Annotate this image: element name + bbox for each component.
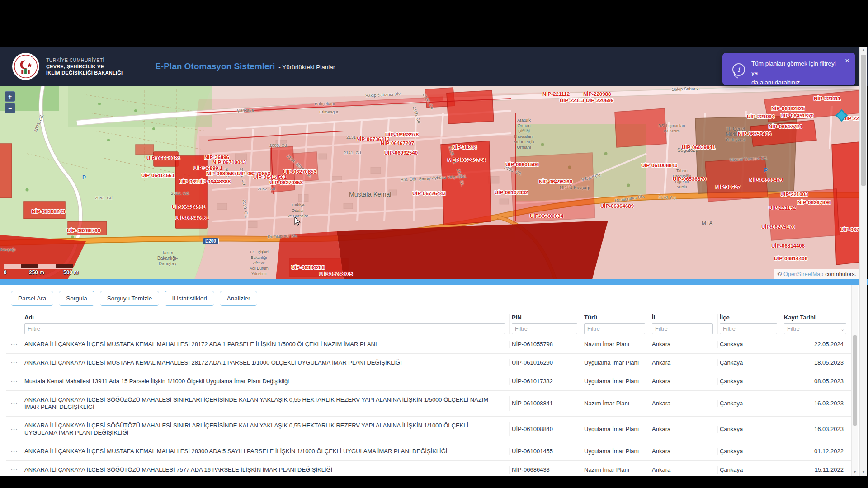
osm-link[interactable]: OpenStreetMap (783, 271, 823, 277)
app-title[interactable]: E-Plan Otomasyon Sistemleri (155, 61, 275, 71)
map-plan-label[interactable]: UİP-061008840 (641, 163, 678, 168)
table-scrollbar-down-icon[interactable]: ▼ (852, 469, 858, 475)
map-plan-label[interactable]: UİP-06384288 (291, 265, 325, 270)
map-plan-label[interactable]: UİP-06268760 (67, 228, 100, 233)
filter-input-adı[interactable] (24, 323, 505, 334)
column-header-i̇l: İl (650, 314, 718, 334)
map-plan-label[interactable]: UİP-06270853 (269, 180, 303, 185)
map-plan-label[interactable]: UİP-06414561 (172, 204, 205, 210)
table-row[interactable]: ···ANKARA İLİ ÇANKAYA İLÇESİ SÖĞÜZÖZÜ MA… (6, 391, 851, 417)
map-plan-label[interactable]: NİP-06756406 (738, 131, 771, 136)
page-scrollbar[interactable]: ▲ ▼ (859, 47, 867, 476)
street-label: 2082. Cd. (258, 186, 276, 191)
table-row[interactable]: ···Mustafa Kemal Mahallesi 13911 Ada 15 … (6, 372, 851, 391)
row-menu-button[interactable]: ··· (6, 359, 23, 366)
row-menu-button[interactable]: ··· (6, 341, 23, 348)
cell-province: Ankara (650, 341, 718, 348)
map-canvas[interactable]: NİP-221112UİP-22113NİP-220988UİP-220699N… (0, 86, 860, 279)
map-plan-label[interactable]: NİP-06517724 (769, 124, 802, 129)
cell-district: Çankaya (718, 400, 782, 407)
map-plan-label[interactable]: UİP-06536870 (673, 176, 706, 182)
map-plan-label[interactable]: UİP-069 (179, 179, 198, 184)
map-plan-label[interactable]: NİP-221112 (542, 91, 570, 97)
map-plan-label[interactable]: UİP-067184 (840, 227, 860, 232)
map-plan-label[interactable]: UİP-22113 (560, 98, 584, 103)
scale-mid: 250 m (29, 269, 44, 276)
map-plan-label[interactable]: NİP-06710043 (212, 160, 246, 165)
table-scrollbar-thumb[interactable] (853, 335, 857, 426)
map-plan-label[interactable]: UİP-06451370 (780, 113, 814, 118)
row-menu-button[interactable]: ··· (6, 466, 23, 474)
map-plan-label[interactable]: NİP-06082825 (771, 106, 805, 111)
filter-input-pin[interactable] (512, 323, 577, 334)
row-menu-button[interactable]: ··· (6, 426, 23, 433)
map-plan-label[interactable]: UİP-06300634 (530, 213, 563, 219)
map-plan-label[interactable]: UİP-06814406 (771, 243, 805, 249)
street-label: Etimesgut (319, 109, 338, 114)
toolbar-button-analizler[interactable]: Analizler (220, 291, 258, 306)
filter-input-türü[interactable] (584, 323, 645, 334)
map-plan-label[interactable]: UİP-06814406 (774, 256, 807, 261)
map-plan-label[interactable]: NİP-06993479 (750, 177, 783, 183)
map-plan-label[interactable]: UİP-06039941 (682, 145, 715, 150)
filter-input-i̇l[interactable] (652, 323, 713, 334)
map-plan-label[interactable]: UİP-06963978 (385, 132, 419, 137)
toolbar: Parsel AraSorgulaSorguyu Temizleİl İstat… (11, 291, 257, 306)
map-plan-label[interactable]: UİP-06364689 (600, 203, 634, 209)
map-plan-label[interactable]: UİP-06547661 (175, 215, 209, 221)
zoom-out-button[interactable]: − (5, 103, 15, 113)
toolbar-button-parsel-ara[interactable]: Parsel Ara (11, 291, 53, 306)
toast-message: Tüm planları görmek için filtreyi ya da … (751, 59, 842, 87)
map-plan-label[interactable]: UİP-06448388 (197, 179, 231, 184)
close-icon[interactable]: × (845, 56, 849, 66)
map-plan-label[interactable]: UİP-06664024 (146, 155, 180, 161)
scrollbar-up-icon[interactable]: ▲ (860, 47, 867, 53)
row-menu-button[interactable]: ··· (6, 448, 23, 455)
splitter-grip-icon[interactable] (418, 281, 450, 283)
map-plan-label[interactable]: UİP-06270853 (283, 169, 316, 174)
map-plan-label[interactable]: UİP-06992540 (384, 150, 418, 155)
toolbar-button-sorgula[interactable]: Sorgula (59, 291, 94, 306)
map-plan-label[interactable]: UİP-06414561 (141, 173, 175, 178)
map-plan-label[interactable]: UİP-221034 (747, 114, 774, 119)
toolbar-button-sorguyu-temizle[interactable]: Sorguyu Temizle (100, 291, 160, 306)
page-scrollbar-thumb[interactable] (861, 55, 866, 186)
row-menu-button[interactable]: ··· (6, 400, 23, 407)
map-plan-label[interactable]: NİP-06498260 (539, 179, 572, 184)
map-plan-label[interactable]: NİP-38244 (452, 145, 477, 150)
cell-date: 18.05.2023 (782, 359, 851, 366)
map-plan-label[interactable]: UİP-06901506 (505, 162, 539, 167)
map-plan-label[interactable]: NİP-220988 (583, 91, 611, 97)
zoom-in-button[interactable]: + (5, 91, 15, 102)
map-plan-label[interactable]: UİP-06414561 (253, 174, 287, 180)
map-plan-label[interactable]: UİP-220699 (586, 98, 613, 103)
table-row[interactable]: ···ANKARA İLİ ÇANKAYA İLÇESİ MUSTAFA KEM… (6, 335, 851, 354)
map-plan-label[interactable]: UİP-36899.1 (193, 165, 223, 171)
map-plan-label[interactable]: UİP-06274170 (761, 224, 795, 230)
table-row[interactable]: ···ANKARA İLİ ÇANKAYA İLÇESİ SÖĞÜTÖZÜ MA… (6, 417, 851, 442)
filter-input-kayıt tarihi[interactable] (784, 323, 846, 334)
scrollbar-down-icon[interactable]: ▼ (860, 469, 867, 475)
table-scrollbar[interactable]: ▼ (851, 285, 858, 476)
map-plan-label[interactable]: UİP-06726443 (412, 191, 446, 196)
map-plan-label[interactable]: NİP-38527 (715, 184, 740, 190)
map-plan-label[interactable]: UİP-06107332 (495, 190, 528, 195)
toolbar-button-i̇l-i̇statistikleri[interactable]: İl İstatistikleri (165, 291, 214, 306)
map-plan-label[interactable]: NİP-06308243 (32, 209, 65, 214)
map-plan-label[interactable]: MERİ-06249724 (448, 157, 486, 163)
filter-input-i̇lçe[interactable] (720, 323, 777, 334)
map-plan-label[interactable]: UİP-221152 (769, 205, 796, 211)
row-menu-button[interactable]: ··· (6, 378, 23, 385)
map-plan-label[interactable]: NİP-06267896 (797, 200, 831, 205)
map-plan-label[interactable]: NİP-06736313 (356, 136, 390, 142)
map-plan-label[interactable]: UİP-06768705 (319, 271, 353, 277)
map-plan-label[interactable]: UİP-221003 (780, 192, 808, 197)
table-row[interactable]: ···ANKARA İLİ ÇANKAYA İLÇESİ MUSTAFA KEM… (6, 442, 851, 461)
map-plan-label[interactable]: NİP-221111 (814, 96, 840, 101)
map-table-splitter[interactable] (0, 279, 868, 285)
column-label: İl (652, 314, 713, 321)
letterbox-top (0, 0, 868, 47)
table-row[interactable]: ···ANKARA İLİ ÇANKAYA İLÇESİ MUSTAFA KEM… (6, 354, 851, 372)
cell-type: Nazım İmar Planı (582, 400, 650, 407)
map-plan-label[interactable]: NİP-06895679 (206, 171, 240, 176)
